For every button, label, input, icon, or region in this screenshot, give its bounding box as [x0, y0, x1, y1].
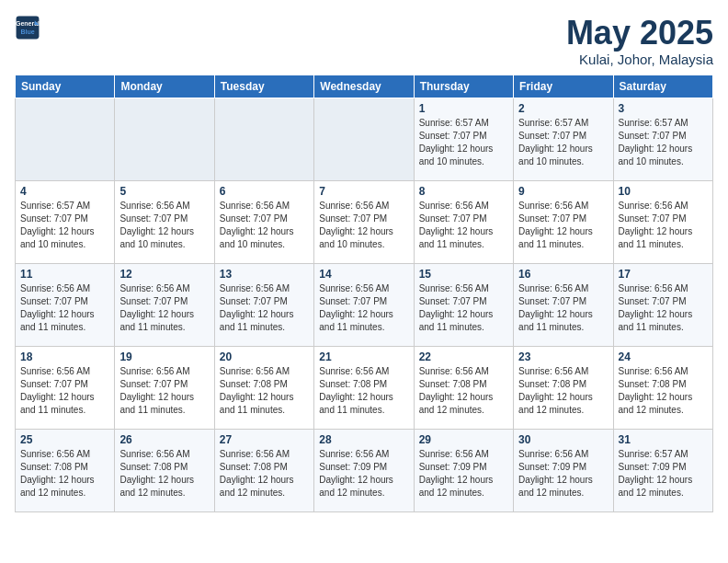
day-info: Sunrise: 6:57 AM Sunset: 7:09 PM Dayligh… [619, 448, 708, 500]
day-info: Sunrise: 6:56 AM Sunset: 7:07 PM Dayligh… [518, 282, 608, 334]
location: Kulai, Johor, Malaysia [566, 52, 713, 67]
weekday-header-monday: Monday [115, 75, 214, 98]
day-info: Sunrise: 6:57 AM Sunset: 7:07 PM Dayligh… [419, 117, 508, 168]
calendar-cell: 28Sunrise: 6:56 AM Sunset: 7:09 PM Dayli… [314, 429, 414, 511]
calendar-cell: 27Sunrise: 6:56 AM Sunset: 7:08 PM Dayli… [214, 429, 313, 511]
day-info: Sunrise: 6:56 AM Sunset: 7:08 PM Dayligh… [518, 365, 608, 417]
page-header: General Blue May 2025 Kulai, Johor, Mala… [15, 15, 713, 67]
logo: General Blue [15, 15, 40, 40]
day-info: Sunrise: 6:56 AM Sunset: 7:09 PM Dayligh… [518, 448, 608, 500]
calendar-cell: 31Sunrise: 6:57 AM Sunset: 7:09 PM Dayli… [613, 429, 712, 511]
calendar-cell: 3Sunrise: 6:57 AM Sunset: 7:07 PM Daylig… [613, 98, 712, 180]
day-number: 26 [119, 433, 209, 446]
calendar-cell: 29Sunrise: 6:56 AM Sunset: 7:09 PM Dayli… [414, 429, 513, 511]
day-info: Sunrise: 6:56 AM Sunset: 7:08 PM Dayligh… [220, 365, 309, 417]
title-block: May 2025 Kulai, Johor, Malaysia [566, 15, 713, 67]
day-number: 20 [220, 350, 309, 363]
day-info: Sunrise: 6:56 AM Sunset: 7:07 PM Dayligh… [419, 282, 508, 334]
day-info: Sunrise: 6:56 AM Sunset: 7:07 PM Dayligh… [220, 282, 309, 334]
calendar-cell: 26Sunrise: 6:56 AM Sunset: 7:08 PM Dayli… [115, 429, 214, 511]
day-number: 1 [419, 102, 508, 115]
day-info: Sunrise: 6:56 AM Sunset: 7:08 PM Dayligh… [20, 448, 109, 500]
calendar-cell: 8Sunrise: 6:56 AM Sunset: 7:07 PM Daylig… [414, 180, 513, 263]
day-number: 18 [20, 350, 109, 363]
svg-text:Blue: Blue [20, 29, 34, 35]
calendar-cell [214, 98, 313, 180]
day-number: 9 [518, 185, 608, 198]
day-number: 19 [119, 350, 209, 363]
day-number: 21 [319, 350, 408, 363]
calendar-cell [314, 98, 414, 180]
weekday-header-saturday: Saturday [613, 75, 712, 98]
day-info: Sunrise: 6:56 AM Sunset: 7:07 PM Dayligh… [119, 282, 209, 334]
calendar-cell: 14Sunrise: 6:56 AM Sunset: 7:07 PM Dayli… [314, 263, 414, 346]
day-number: 15 [419, 268, 508, 281]
day-info: Sunrise: 6:56 AM Sunset: 7:07 PM Dayligh… [619, 282, 708, 334]
calendar-cell: 4Sunrise: 6:57 AM Sunset: 7:07 PM Daylig… [16, 180, 115, 263]
day-info: Sunrise: 6:56 AM Sunset: 7:07 PM Dayligh… [20, 365, 109, 417]
day-info: Sunrise: 6:57 AM Sunset: 7:07 PM Dayligh… [518, 117, 608, 168]
day-number: 14 [319, 268, 408, 281]
day-number: 13 [220, 268, 309, 281]
calendar-cell: 21Sunrise: 6:56 AM Sunset: 7:08 PM Dayli… [314, 346, 414, 429]
calendar-cell: 7Sunrise: 6:56 AM Sunset: 7:07 PM Daylig… [314, 180, 414, 263]
calendar-cell: 13Sunrise: 6:56 AM Sunset: 7:07 PM Dayli… [214, 263, 313, 346]
weekday-header-friday: Friday [514, 75, 613, 98]
day-info: Sunrise: 6:56 AM Sunset: 7:07 PM Dayligh… [119, 200, 209, 251]
day-info: Sunrise: 6:56 AM Sunset: 7:08 PM Dayligh… [419, 365, 508, 417]
calendar-cell: 10Sunrise: 6:56 AM Sunset: 7:07 PM Dayli… [613, 180, 712, 263]
weekday-header-wednesday: Wednesday [314, 75, 414, 98]
day-number: 29 [419, 433, 508, 446]
day-info: Sunrise: 6:56 AM Sunset: 7:08 PM Dayligh… [319, 365, 408, 417]
day-number: 3 [619, 102, 708, 115]
calendar-cell [16, 98, 115, 180]
day-info: Sunrise: 6:56 AM Sunset: 7:07 PM Dayligh… [20, 282, 109, 334]
day-number: 4 [20, 185, 109, 198]
day-number: 25 [20, 433, 109, 446]
calendar-cell: 2Sunrise: 6:57 AM Sunset: 7:07 PM Daylig… [514, 98, 613, 180]
day-number: 2 [518, 102, 608, 115]
calendar-cell: 22Sunrise: 6:56 AM Sunset: 7:08 PM Dayli… [414, 346, 513, 429]
day-info: Sunrise: 6:56 AM Sunset: 7:07 PM Dayligh… [518, 200, 608, 251]
day-number: 22 [419, 350, 508, 363]
day-info: Sunrise: 6:56 AM Sunset: 7:07 PM Dayligh… [419, 200, 508, 251]
calendar-cell: 25Sunrise: 6:56 AM Sunset: 7:08 PM Dayli… [16, 429, 115, 511]
calendar-cell: 23Sunrise: 6:56 AM Sunset: 7:08 PM Dayli… [514, 346, 613, 429]
svg-rect-0 [17, 17, 40, 40]
month-title: May 2025 [566, 15, 713, 52]
day-info: Sunrise: 6:56 AM Sunset: 7:07 PM Dayligh… [319, 200, 408, 251]
day-number: 6 [220, 185, 309, 198]
week-row-5: 25Sunrise: 6:56 AM Sunset: 7:08 PM Dayli… [16, 429, 713, 511]
calendar-cell: 9Sunrise: 6:56 AM Sunset: 7:07 PM Daylig… [514, 180, 613, 263]
calendar-cell: 19Sunrise: 6:56 AM Sunset: 7:07 PM Dayli… [115, 346, 214, 429]
day-info: Sunrise: 6:56 AM Sunset: 7:09 PM Dayligh… [419, 448, 508, 500]
day-number: 23 [518, 350, 608, 363]
week-row-3: 11Sunrise: 6:56 AM Sunset: 7:07 PM Dayli… [16, 263, 713, 346]
calendar-cell: 11Sunrise: 6:56 AM Sunset: 7:07 PM Dayli… [16, 263, 115, 346]
calendar-cell: 6Sunrise: 6:56 AM Sunset: 7:07 PM Daylig… [214, 180, 313, 263]
week-row-1: 1Sunrise: 6:57 AM Sunset: 7:07 PM Daylig… [16, 98, 713, 180]
day-number: 5 [119, 185, 209, 198]
day-number: 28 [319, 433, 408, 446]
calendar-cell: 24Sunrise: 6:56 AM Sunset: 7:08 PM Dayli… [613, 346, 712, 429]
week-row-2: 4Sunrise: 6:57 AM Sunset: 7:07 PM Daylig… [16, 180, 713, 263]
day-number: 17 [619, 268, 708, 281]
calendar-cell: 20Sunrise: 6:56 AM Sunset: 7:08 PM Dayli… [214, 346, 313, 429]
calendar-body: 1Sunrise: 6:57 AM Sunset: 7:07 PM Daylig… [16, 98, 713, 511]
day-number: 31 [619, 433, 708, 446]
day-number: 11 [20, 268, 109, 281]
day-number: 12 [119, 268, 209, 281]
calendar-cell: 1Sunrise: 6:57 AM Sunset: 7:07 PM Daylig… [414, 98, 513, 180]
day-number: 7 [319, 185, 408, 198]
day-info: Sunrise: 6:56 AM Sunset: 7:07 PM Dayligh… [619, 200, 708, 251]
logo-icon: General Blue [15, 15, 40, 40]
day-info: Sunrise: 6:56 AM Sunset: 7:08 PM Dayligh… [619, 365, 708, 417]
day-number: 8 [419, 185, 508, 198]
calendar-cell: 12Sunrise: 6:56 AM Sunset: 7:07 PM Dayli… [115, 263, 214, 346]
calendar-cell: 16Sunrise: 6:56 AM Sunset: 7:07 PM Dayli… [514, 263, 613, 346]
calendar-cell: 15Sunrise: 6:56 AM Sunset: 7:07 PM Dayli… [414, 263, 513, 346]
day-info: Sunrise: 6:57 AM Sunset: 7:07 PM Dayligh… [20, 200, 109, 251]
calendar-cell: 30Sunrise: 6:56 AM Sunset: 7:09 PM Dayli… [514, 429, 613, 511]
day-info: Sunrise: 6:56 AM Sunset: 7:08 PM Dayligh… [119, 448, 209, 500]
day-info: Sunrise: 6:56 AM Sunset: 7:07 PM Dayligh… [319, 282, 408, 334]
